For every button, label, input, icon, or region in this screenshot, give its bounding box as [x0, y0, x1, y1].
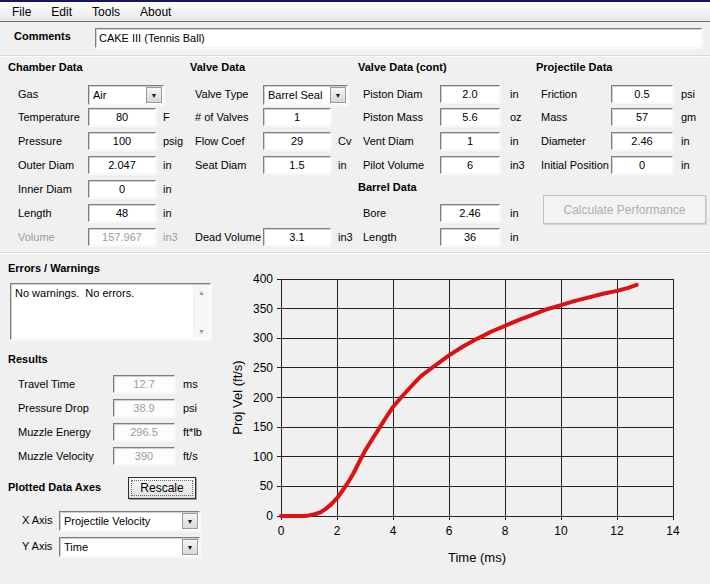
pressure-unit: psig — [163, 135, 183, 147]
travel-time-unit: ms — [183, 378, 198, 390]
outer-diam-input[interactable] — [88, 156, 156, 174]
seat-diam-input[interactable] — [263, 156, 331, 174]
y-axis-select[interactable]: Time ▼ — [59, 537, 200, 557]
mass-unit: gm — [681, 111, 696, 123]
temperature-label: Temperature — [18, 111, 80, 123]
svg-text:200: 200 — [253, 391, 273, 405]
barrel-length-unit: in — [510, 231, 519, 243]
scroll-down-icon[interactable]: ▼ — [194, 324, 209, 338]
temperature-unit: F — [163, 111, 170, 123]
barrel-data-title: Barrel Data — [358, 181, 417, 193]
diameter-input[interactable] — [611, 132, 673, 150]
svg-text:100: 100 — [253, 450, 273, 464]
valve-type-selected-value: Barrel Seal — [268, 89, 322, 101]
initial-position-unit: in — [681, 159, 690, 171]
muzzle-energy-unit: ft*lb — [183, 426, 202, 438]
travel-time-label: Travel Time — [18, 378, 75, 390]
pressure-input[interactable] — [88, 132, 156, 150]
pilot-volume-unit: in3 — [510, 159, 525, 171]
svg-text:12: 12 — [610, 524, 624, 538]
flow-coef-label: Flow Coef — [195, 135, 245, 147]
chamber-length-label: Length — [18, 207, 52, 219]
scroll-up-icon[interactable]: ▲ — [194, 285, 209, 299]
menu-about[interactable]: About — [130, 3, 181, 21]
bore-unit: in — [510, 207, 519, 219]
pilot-volume-label: Pilot Volume — [363, 159, 424, 171]
gas-select[interactable]: Air ▼ — [88, 85, 164, 105]
dropdown-arrow-icon[interactable]: ▼ — [182, 513, 198, 529]
menu-tools[interactable]: Tools — [82, 3, 130, 21]
vent-diam-label: Vent Diam — [363, 135, 414, 147]
x-axis-selected-value: Projectile Velocity — [64, 515, 150, 527]
seat-diam-label: Seat Diam — [195, 159, 246, 171]
dropdown-arrow-icon[interactable]: ▼ — [330, 87, 346, 103]
dropdown-arrow-icon[interactable]: ▼ — [146, 87, 162, 103]
mass-input[interactable] — [611, 108, 673, 126]
y-axis-selected-value: Time — [64, 541, 88, 553]
valve-data-cont-title: Valve Data (cont) — [358, 61, 447, 73]
flow-coef-unit: Cv — [338, 135, 351, 147]
errors-warnings-title: Errors / Warnings — [8, 262, 100, 274]
svg-text:0: 0 — [278, 524, 285, 538]
flow-coef-input[interactable] — [263, 132, 331, 150]
comments-label: Comments — [14, 30, 71, 42]
errors-scrollbar[interactable]: ▲ ▼ — [193, 285, 209, 338]
inner-diam-input[interactable] — [88, 180, 156, 198]
menu-file[interactable]: File — [2, 3, 41, 21]
bore-input[interactable] — [440, 204, 500, 222]
dropdown-arrow-icon[interactable]: ▼ — [182, 539, 198, 555]
piston-mass-unit: oz — [510, 111, 522, 123]
pressure-drop-label: Pressure Drop — [18, 402, 89, 414]
piston-diam-label: Piston Diam — [363, 88, 422, 100]
temperature-input[interactable] — [88, 108, 156, 126]
muzzle-velocity-label: Muzzle Velocity — [18, 450, 94, 462]
svg-text:150: 150 — [253, 420, 273, 434]
svg-text:6: 6 — [446, 524, 453, 538]
plotted-data-axes-title: Plotted Data Axes — [8, 481, 101, 493]
inner-diam-unit: in — [163, 183, 172, 195]
calculate-performance-button[interactable]: Calculate Performance — [543, 195, 706, 224]
barrel-length-input[interactable] — [440, 228, 500, 246]
comments-input[interactable] — [95, 28, 702, 48]
x-axis-select[interactable]: Projectile Velocity ▼ — [59, 511, 200, 531]
rescale-button-label: Rescale — [140, 481, 183, 495]
dead-volume-unit: in3 — [338, 231, 353, 243]
svg-text:400: 400 — [253, 272, 273, 286]
muzzle-energy-label: Muzzle Energy — [18, 426, 91, 438]
vent-diam-unit: in — [510, 135, 519, 147]
dead-volume-label: Dead Volume — [195, 231, 261, 243]
svg-text:Proj Vel (ft/s): Proj Vel (ft/s) — [230, 360, 245, 434]
chamber-data-title: Chamber Data — [8, 61, 83, 73]
friction-input[interactable] — [611, 85, 673, 103]
svg-text:300: 300 — [253, 331, 273, 345]
dead-volume-input[interactable] — [263, 228, 331, 246]
piston-mass-input[interactable] — [440, 108, 500, 126]
chamber-length-input[interactable] — [88, 204, 156, 222]
results-title: Results — [8, 353, 48, 365]
inner-diam-label: Inner Diam — [18, 183, 72, 195]
num-valves-label: # of Valves — [195, 111, 249, 123]
outer-diam-label: Outer Diam — [18, 159, 74, 171]
valve-data-title: Valve Data — [190, 61, 245, 73]
barrel-length-label: Length — [363, 231, 397, 243]
errors-warnings-textarea[interactable]: No warnings. No errors. ▲ ▼ — [10, 283, 211, 340]
svg-text:8: 8 — [502, 524, 509, 538]
initial-position-input[interactable] — [611, 156, 673, 174]
diameter-label: Diameter — [541, 135, 586, 147]
svg-text:0: 0 — [266, 509, 273, 523]
piston-diam-input[interactable] — [440, 85, 500, 103]
rescale-button[interactable]: Rescale — [128, 477, 196, 499]
pilot-volume-input[interactable] — [440, 156, 500, 174]
menu-edit[interactable]: Edit — [41, 3, 82, 21]
svg-text:Time (ms): Time (ms) — [448, 550, 506, 565]
num-valves-input[interactable] — [263, 108, 331, 126]
errors-warnings-text: No warnings. No errors. — [15, 287, 192, 299]
seat-diam-unit: in — [338, 159, 347, 171]
mass-label: Mass — [541, 111, 567, 123]
valve-type-select[interactable]: Barrel Seal ▼ — [263, 85, 348, 105]
vent-diam-input[interactable] — [440, 132, 500, 150]
pressure-label: Pressure — [18, 135, 62, 147]
pressure-drop-display — [113, 399, 175, 417]
friction-label: Friction — [541, 88, 577, 100]
pressure-drop-unit: psi — [183, 402, 197, 414]
